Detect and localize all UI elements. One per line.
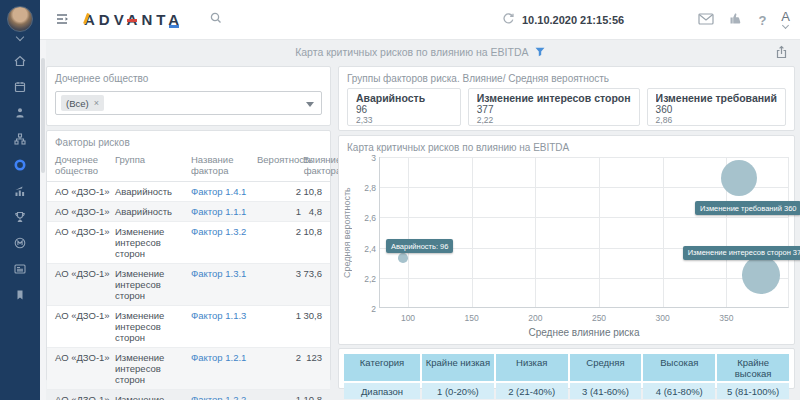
category-table-panel: КатегорияКрайне низкаяНизкаяСредняяВысок… (338, 348, 795, 389)
cell-group: Изменение интересов сторон (115, 268, 189, 301)
cell-probability: 1 (257, 206, 301, 217)
factor-link[interactable]: Фактор 1.1.1 (191, 206, 246, 217)
cell-society: АО «ДЗО-1» (55, 268, 113, 279)
filter-icon[interactable] (535, 47, 545, 57)
factor-link[interactable]: Фактор 1.2.1 (191, 352, 246, 363)
category-range-cell: 3 (41-60%) (570, 383, 642, 399)
filter-panel: Дочернее общество (Все) × (46, 66, 331, 126)
category-range-cell: Диапазон (344, 383, 420, 399)
menu-icon[interactable] (56, 11, 70, 29)
chart-trend-icon[interactable] (0, 178, 40, 204)
chart-bubble[interactable] (742, 256, 780, 294)
category-range-cell: 2 (21-40%) (496, 383, 568, 399)
user-icon[interactable] (0, 100, 40, 126)
y-tick-label: 2,6 (348, 213, 376, 223)
page-title-text: Карта критичных рисков по влиянию на EBI… (295, 46, 528, 58)
group-card[interactable]: Аварийность962,33 (347, 88, 461, 126)
main-content: Карта критичных рисков по влиянию на EBI… (40, 40, 800, 400)
table-row: АО «ДЗО-1»Изменение интересов сторонФакт… (47, 306, 330, 348)
chip-close-icon[interactable]: × (94, 98, 99, 108)
chevron-down-icon[interactable] (16, 33, 24, 41)
selected-chip: (Все) × (61, 95, 104, 111)
table-row: АО «ДЗО-1»АварийностьФактор 1.4.1210,8 (47, 182, 330, 202)
chart-bubble-label: Аварийность: 96 (386, 239, 454, 253)
subsidiary-select[interactable]: (Все) × (55, 91, 322, 115)
cell-factor: Фактор 1.1.1 (191, 206, 255, 217)
topbar: ADVANTA 10.10.2020 21:15:56 ? A (40, 0, 800, 40)
cell-factor: Фактор 1.2.1 (191, 352, 255, 363)
y-gridline (380, 157, 788, 158)
x-gridline (408, 157, 409, 307)
category-header-cell: Средняя (570, 354, 642, 381)
table-row: АО «ДЗО-1»Изменение интересов сторонФакт… (47, 222, 330, 264)
cell-factor: Фактор 1.2.2 (191, 394, 255, 400)
org-tree-icon[interactable] (0, 126, 40, 152)
category-header-cell: Крайне высокая (717, 354, 789, 381)
cell-group: Изменение интересов сторон (115, 352, 189, 385)
avatar[interactable] (7, 6, 33, 32)
search-icon[interactable] (209, 11, 223, 29)
x-tick-label: 250 (592, 313, 606, 323)
select-caret-icon (306, 102, 314, 107)
language-switcher[interactable]: A (781, 12, 790, 28)
factors-panel-title: Факторы рисков (47, 131, 330, 148)
factor-link[interactable]: Фактор 1.3.1 (191, 268, 246, 279)
bookmark-icon[interactable] (0, 282, 40, 308)
app-logo[interactable]: ADVANTA (84, 11, 183, 28)
card-icon[interactable] (0, 256, 40, 282)
cell-probability: 2 (257, 226, 301, 237)
factor-link[interactable]: Фактор 1.1.3 (191, 310, 246, 321)
cell-society: АО «ДЗО-1» (55, 186, 113, 197)
trophy-icon[interactable] (0, 204, 40, 230)
x-gridline (663, 157, 664, 307)
group-card[interactable]: Изменение требований3602,86 (647, 88, 786, 126)
home-icon[interactable] (0, 48, 40, 74)
risk-map-title: Карта критичных рисков по влиянию на EBI… (339, 136, 794, 153)
category-range-cell: 1 (0-20%) (422, 383, 494, 399)
chart-y-axis-title: Средняя вероятность (341, 157, 353, 308)
cell-probability: 1 (257, 310, 301, 321)
y-gridline (380, 217, 788, 218)
factor-link[interactable]: Фактор 1.3.2 (191, 226, 246, 237)
chart-bubble[interactable] (721, 160, 757, 196)
table-row: АО «ДЗО-1»Изменение интересов сторонФакт… (47, 264, 330, 306)
scrollbar-thumb[interactable] (41, 58, 45, 173)
x-tick-label: 100 (401, 313, 415, 323)
group-card[interactable]: Изменение интересов сторон3772,22 (468, 88, 640, 126)
x-tick-label: 350 (719, 313, 733, 323)
cell-probability: 2 (257, 186, 301, 197)
share-icon[interactable] (775, 45, 788, 63)
sidebar (0, 0, 40, 400)
thumbs-up-icon[interactable] (729, 11, 743, 29)
cell-impact: 4,8 (303, 206, 322, 217)
cell-probability: 2 (257, 352, 301, 363)
category-range-cell: 4 (61-80%) (643, 383, 715, 399)
cell-group: Изменение интересов сторон (115, 226, 189, 259)
refresh-icon[interactable] (502, 11, 515, 29)
category-table: КатегорияКрайне низкаяНизкаяСредняяВысок… (344, 354, 789, 399)
chart-bubble[interactable] (398, 253, 408, 263)
cell-group: Аварийность (115, 206, 189, 217)
x-gridline (599, 157, 600, 307)
y-tick-label: 2,2 (348, 274, 376, 284)
mail-icon[interactable] (698, 11, 714, 29)
selected-chip-label: (Все) (66, 98, 89, 109)
cell-group: Изменение интересов сторон (115, 310, 189, 343)
cell-impact: 10,8 (303, 394, 322, 400)
chart-x-axis-title: Среднее влияние риска (379, 327, 789, 338)
x-tick-label: 150 (465, 313, 479, 323)
m-circle-icon[interactable] (0, 230, 40, 256)
group-card-name: Изменение интересов сторон (477, 92, 631, 104)
factor-link[interactable]: Фактор 1.4.1 (191, 186, 246, 197)
calendar-icon[interactable] (0, 74, 40, 100)
y-tick-label: 3 (348, 153, 376, 163)
logo-blue-accent (169, 25, 179, 28)
y-tick-label: 2,4 (348, 244, 376, 254)
factor-link[interactable]: Фактор 1.2.2 (191, 394, 246, 400)
x-tick-label: 300 (656, 313, 670, 323)
group-card-name: Аварийность (356, 92, 452, 104)
x-gridline (472, 157, 473, 307)
target-active-icon[interactable] (0, 152, 40, 178)
group-card-probability: 2,33 (356, 115, 452, 125)
help-icon[interactable]: ? (758, 13, 766, 28)
